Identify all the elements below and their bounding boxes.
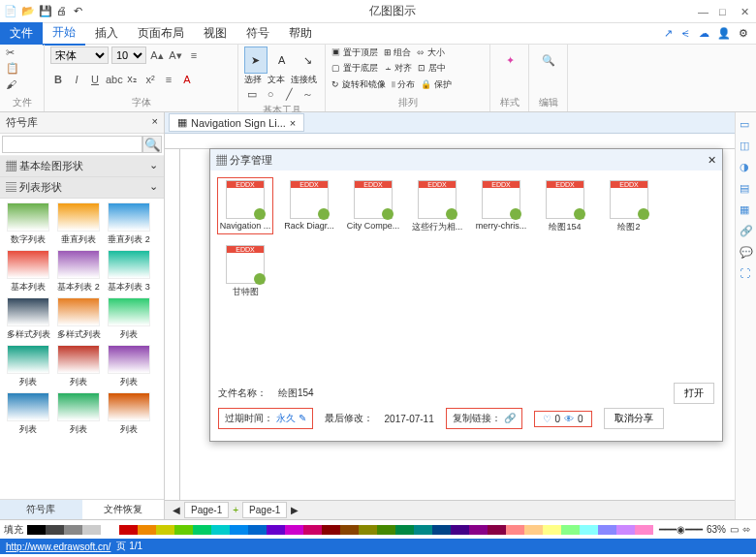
font-shrink-icon[interactable]: A▾	[168, 47, 183, 63]
size-button[interactable]: ⬄ 大小	[417, 46, 445, 59]
color-swatch[interactable]	[285, 525, 303, 535]
curve-icon[interactable]: ～	[299, 86, 315, 102]
bold-icon[interactable]: B	[50, 72, 66, 87]
shape-item[interactable]: 列表	[105, 297, 153, 341]
color-swatch[interactable]	[432, 525, 451, 535]
export-icon[interactable]: ↗	[664, 27, 673, 40]
connector-tool[interactable]: ↘	[296, 46, 319, 74]
shape-item[interactable]: 列表	[105, 392, 153, 436]
dialog-close-icon[interactable]: ✕	[708, 154, 716, 167]
color-swatch[interactable]	[138, 525, 156, 535]
highlight-icon[interactable]: ≡	[161, 72, 176, 87]
undo-icon[interactable]: ↶	[74, 5, 87, 18]
status-url[interactable]: http://www.edrawsoft.cn/	[6, 542, 110, 552]
print-icon[interactable]: 🖨	[56, 5, 70, 18]
color-swatch[interactable]	[488, 525, 506, 535]
color-swatch[interactable]	[451, 525, 469, 535]
shape-item[interactable]: 列表	[54, 392, 103, 436]
file-item[interactable]: EDDXNavigation ...	[218, 178, 272, 233]
rt-page-icon[interactable]: ◫	[740, 139, 753, 153]
shape-item[interactable]: 列表	[4, 392, 52, 436]
file-item[interactable]: EDDXCity Compe...	[346, 178, 400, 233]
color-swatch[interactable]	[543, 525, 561, 535]
expire-value[interactable]: 永久	[276, 413, 296, 423]
align-left-icon[interactable]: ≡	[186, 47, 202, 63]
font-color-icon[interactable]: A	[179, 72, 195, 87]
file-item[interactable]: EDDX绘图2	[602, 178, 656, 233]
rt-comment-icon[interactable]: 💬	[740, 246, 753, 260]
file-item[interactable]: EDDXmerry-chris...	[474, 178, 528, 233]
color-swatch[interactable]	[469, 525, 488, 535]
rt-expand-icon[interactable]: ⛶	[740, 267, 753, 281]
doc-tab-close-icon[interactable]: ×	[290, 117, 296, 129]
color-swatch[interactable]	[635, 525, 653, 535]
color-swatch[interactable]	[359, 525, 377, 535]
font-grow-icon[interactable]: A▴	[149, 47, 165, 63]
rotate-button[interactable]: ↻ 旋转和镜像	[331, 78, 386, 91]
tab-layout[interactable]: 页面布局	[128, 22, 194, 45]
save-icon[interactable]: 💾	[39, 5, 52, 18]
cloud-icon[interactable]: ☁	[699, 27, 709, 40]
rt-theme-icon[interactable]: ◑	[740, 161, 753, 174]
sub-icon[interactable]: x₂	[124, 72, 140, 87]
shape-item[interactable]: 多样式列表	[4, 297, 52, 341]
minimize-button[interactable]: —	[698, 6, 709, 17]
section-list-shapes[interactable]: ▤ 列表形状⌄	[0, 177, 164, 199]
tab-symbol[interactable]: 符号	[236, 22, 279, 45]
section-basic-shapes[interactable]: ▦ 基本绘图形状⌄	[0, 156, 164, 177]
color-swatch[interactable]	[598, 525, 616, 535]
color-swatch[interactable]	[395, 525, 414, 535]
rt-layer-icon[interactable]: ▤	[740, 182, 753, 196]
shape-item[interactable]: 多样式列表	[54, 297, 103, 341]
color-swatch[interactable]	[561, 525, 580, 535]
cursor-tool[interactable]: ➤	[244, 46, 268, 74]
color-swatch[interactable]	[119, 525, 138, 535]
find-icon[interactable]: 🔍	[535, 46, 562, 74]
line-icon[interactable]: ╱	[281, 86, 297, 102]
shape-item[interactable]: 列表	[54, 345, 103, 388]
circle-icon[interactable]: ○	[263, 86, 278, 102]
paste-icon[interactable]: 🖌	[6, 78, 21, 94]
shape-item[interactable]: 基本列表 2	[54, 250, 103, 294]
color-swatch[interactable]	[524, 525, 543, 535]
open-button[interactable]: 打开	[674, 383, 714, 404]
color-swatch[interactable]	[506, 525, 524, 535]
to-front-button[interactable]: ▣ 置于顶层	[331, 46, 378, 59]
sidebar-tab-symbols[interactable]: 符号库	[0, 500, 82, 519]
strike-icon[interactable]: abc	[106, 72, 121, 87]
color-swatch[interactable]	[174, 525, 193, 535]
file-item[interactable]: EDDXRack Diagr...	[282, 178, 336, 233]
search-button[interactable]: 🔍	[142, 136, 162, 153]
text-tool[interactable]: A	[270, 46, 294, 74]
page-nav-prev-icon[interactable]: ◀	[173, 505, 180, 515]
protect-button[interactable]: 🔒 保护	[421, 78, 452, 91]
tab-view[interactable]: 视图	[194, 22, 236, 45]
search-input[interactable]	[2, 136, 142, 153]
sup-icon[interactable]: x²	[142, 72, 158, 87]
close-button[interactable]: ✕	[740, 6, 752, 17]
shape-item[interactable]: 基本列表 3	[105, 250, 153, 294]
color-swatch[interactable]	[64, 525, 82, 535]
file-item[interactable]: EDDX绘图154	[538, 178, 592, 233]
color-swatch[interactable]	[580, 525, 598, 535]
shape-item[interactable]: 列表	[105, 345, 153, 388]
settings-icon[interactable]: ⚙	[739, 27, 748, 40]
color-swatch[interactable]	[414, 525, 432, 535]
edit-expire-icon[interactable]: ✎	[299, 413, 306, 423]
color-swatch[interactable]	[230, 525, 248, 535]
color-swatch[interactable]	[193, 525, 211, 535]
page-add-icon[interactable]: +	[233, 505, 238, 515]
center-button[interactable]: ⊡ 居中	[418, 62, 446, 75]
open-icon[interactable]: 📂	[21, 5, 35, 18]
rt-format-icon[interactable]: ▭	[740, 118, 753, 132]
underline-icon[interactable]: U	[87, 72, 103, 87]
doc-tab[interactable]: ▦ Navigation Sign Li... ×	[169, 113, 304, 132]
font-name-select[interactable]: 宋体	[50, 46, 109, 64]
maximize-button[interactable]: □	[719, 6, 731, 17]
sidebar-tab-recovery[interactable]: 文件恢复	[82, 500, 165, 519]
font-size-select[interactable]: 10	[111, 46, 146, 64]
rt-data-icon[interactable]: ▦	[740, 203, 753, 217]
color-swatch[interactable]	[156, 525, 174, 535]
to-back-button[interactable]: ▢ 置于底层	[331, 62, 378, 75]
fit-width-icon[interactable]: ⬄	[742, 524, 750, 535]
